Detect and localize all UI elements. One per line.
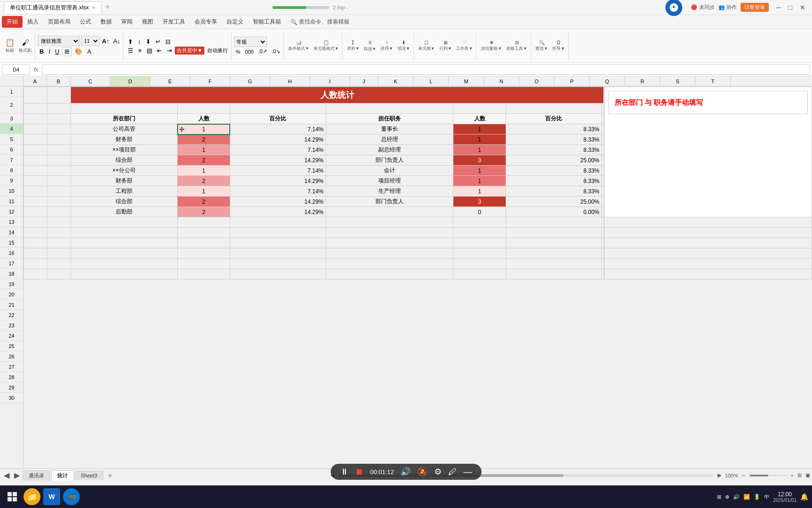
cell-count-r4[interactable]: 3 — [453, 155, 506, 166]
align-right-btn[interactable]: ▤ — [145, 47, 154, 55]
cell-count-7[interactable]: 1 — [178, 186, 230, 197]
menu-dev[interactable]: 开发工具 — [158, 16, 190, 28]
cell-count-r7[interactable]: 1 — [453, 186, 506, 197]
cell-ops-btn[interactable]: ☐ 单元格▼ — [416, 39, 437, 53]
cell-pct-5[interactable]: 7.14% — [230, 166, 326, 176]
cell-B6[interactable] — [47, 145, 71, 155]
cell-role-8[interactable]: 部门负责人 — [326, 197, 453, 207]
file-tab[interactable]: 单位职工通讯录信息管理表.xlsx ✕ — [4, 1, 102, 14]
font-increase-btn[interactable]: A↑ — [101, 37, 111, 45]
cell-dept-1[interactable]: 公司高管 — [71, 124, 178, 135]
cell-dept-9[interactable]: 后勤部 — [71, 207, 178, 217]
cell-count-r9[interactable]: 0 — [453, 207, 506, 217]
maximize-btn[interactable]: □ — [786, 4, 795, 11]
menu-view[interactable]: 视图 — [137, 16, 158, 28]
cell-D2[interactable] — [178, 103, 230, 114]
cell-A5[interactable] — [24, 135, 47, 145]
cell-J9[interactable] — [604, 176, 605, 186]
cell-A12[interactable] — [24, 207, 47, 217]
cell-format-btn[interactable]: 📋 单元格格式▼ — [312, 39, 341, 53]
font-decrease-btn[interactable]: A↓ — [112, 37, 122, 45]
title-cell[interactable]: 人数统计 — [71, 87, 604, 103]
cell-pct-r8[interactable]: 25.00% — [506, 197, 601, 207]
header-pct-left[interactable]: 百分比 — [230, 114, 326, 124]
cell-pct-4[interactable]: 14.29% — [230, 155, 326, 166]
cell-dept-3[interactable]: ××项目部 — [71, 145, 178, 155]
cell-J10[interactable] — [604, 186, 605, 197]
visit-login-btn[interactable]: 访客登录 — [741, 3, 769, 12]
underline-btn[interactable]: U — [53, 48, 61, 56]
cell-pct-r3[interactable]: 8.33% — [506, 145, 601, 155]
decrease-decimal-btn[interactable]: .0↘ — [270, 48, 282, 55]
cell-A9[interactable] — [24, 176, 47, 186]
cell-dept-7[interactable]: 工程部 — [71, 186, 178, 197]
cell-C2[interactable] — [71, 103, 178, 114]
settings-media-btn[interactable]: ⚙ — [434, 467, 442, 477]
window-close-btn[interactable]: ✕ — [797, 4, 808, 11]
conditional-format-btn[interactable]: 📊 条件格式▼ — [286, 39, 311, 53]
zoom-decrease-btn[interactable]: ─ — [742, 473, 746, 478]
freeze-btn[interactable]: ❄ 冻结窗格▼ — [479, 39, 504, 53]
cell-count-r2[interactable]: 1 — [453, 135, 506, 145]
bold-btn[interactable]: B — [38, 48, 46, 56]
thousands-btn[interactable]: 000 — [243, 48, 255, 55]
italic-btn[interactable]: I — [47, 48, 52, 56]
cell-J5[interactable] — [604, 135, 605, 145]
cell-A11[interactable] — [24, 197, 47, 207]
video-call-btn[interactable]: 📹 — [63, 488, 80, 505]
fill-btn[interactable]: ⬇ 填充▼ — [396, 39, 412, 53]
stop-btn[interactable]: ⏹ — [355, 467, 364, 477]
tab-sheet3[interactable]: Sheet3 — [75, 471, 103, 480]
table-tools-btn[interactable]: ⊟ 表格工具▼ — [504, 39, 529, 53]
cell-count-3[interactable]: 1 — [178, 145, 230, 155]
menu-tools[interactable]: 智能工具箱 — [248, 16, 286, 28]
cell-B8[interactable] — [47, 166, 71, 176]
menu-data[interactable]: 数据 — [96, 16, 117, 28]
zoom-increase-btn[interactable]: + — [791, 473, 794, 478]
menu-start[interactable]: 开始 — [2, 16, 23, 28]
cell-count-1-selected[interactable]: ✛ 1 — [178, 124, 230, 135]
cell-dept-8[interactable]: 综合部 — [71, 197, 178, 207]
wrap-text-btn[interactable]: ↵ — [154, 38, 163, 46]
cell-J2[interactable] — [604, 103, 605, 114]
cell-A10[interactable] — [24, 186, 47, 197]
menu-member[interactable]: 会员专享 — [190, 16, 222, 28]
cell-count-r8[interactable]: 3 — [453, 197, 506, 207]
cell-ref-input[interactable] — [2, 64, 30, 75]
cell-J6[interactable] — [604, 145, 605, 155]
font-color-btn[interactable]: A — [85, 48, 93, 56]
cell-J8[interactable] — [604, 166, 605, 176]
cell-pct-3[interactable]: 7.14% — [230, 145, 326, 155]
indent-dec-btn[interactable]: ⇤ — [155, 47, 164, 55]
cell-G2[interactable] — [453, 103, 506, 114]
sort-btn[interactable]: ↕ 排序▼ — [379, 39, 395, 53]
menu-formula[interactable]: 公式 — [75, 16, 96, 28]
add-sheet-btn[interactable]: + — [104, 470, 116, 481]
cell-B2[interactable] — [47, 103, 71, 114]
cell-J4[interactable] — [604, 124, 605, 135]
cell-count-r1[interactable]: 1 — [453, 124, 506, 135]
cell-count-4[interactable]: 2 — [178, 155, 230, 166]
merge-btn[interactable]: ⊟ — [164, 38, 172, 46]
grid-view-btn[interactable]: ⊞ — [797, 472, 802, 478]
cell-A2[interactable] — [24, 103, 47, 114]
cell-pct-6[interactable]: 14.29% — [230, 176, 326, 186]
fill-color-btn[interactable]: 🎨 — [73, 48, 84, 56]
cell-count-9[interactable]: 2 — [178, 207, 230, 217]
border-btn[interactable]: ⊞ — [62, 47, 72, 56]
cell-role-5[interactable]: 会计 — [326, 166, 453, 176]
mute-btn[interactable]: 🔕 — [417, 467, 428, 477]
cell-J7[interactable] — [604, 155, 605, 166]
cell-pct-r4[interactable]: 25.00% — [506, 155, 601, 166]
cell-B1[interactable] — [47, 87, 71, 103]
cell-role-1[interactable]: 董事长 — [326, 124, 453, 135]
align-center-btn[interactable]: ≡ — [136, 47, 144, 55]
cell-B4[interactable] — [47, 124, 71, 135]
menu-search[interactable]: 🔍 查找命令、搜索模板 — [286, 16, 354, 28]
increase-decimal-btn[interactable]: .0↗ — [257, 48, 269, 55]
cell-B7[interactable] — [47, 155, 71, 166]
cell-role-9[interactable] — [326, 207, 453, 217]
cell-pct-8[interactable]: 14.29% — [230, 197, 326, 207]
cell-E2[interactable] — [230, 103, 326, 114]
cell-J11[interactable] — [604, 197, 605, 207]
